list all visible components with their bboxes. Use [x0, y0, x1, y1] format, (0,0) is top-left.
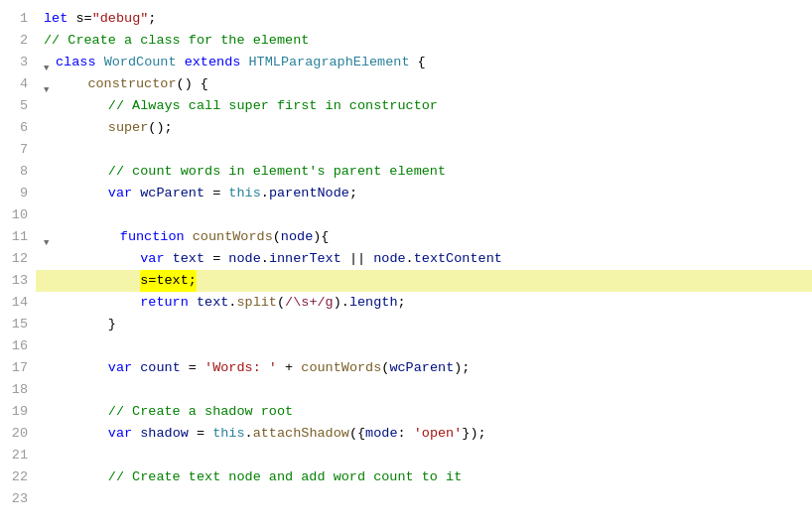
line-number-3: 3: [0, 52, 36, 73]
code-line-9: var wcParent = this.parentNode;: [36, 183, 812, 204]
token-plain: ).: [334, 292, 349, 314]
code-line-23: [36, 488, 812, 510]
token-plain: ();: [148, 117, 172, 139]
line-number-9: 9: [0, 183, 36, 204]
code-line-22: // Create text node and add word count t…: [36, 466, 812, 488]
line-number-17: 17: [0, 357, 36, 379]
token-cm: // count words in element's parent eleme…: [108, 161, 446, 183]
token-cm: // Create a class for the element: [44, 30, 309, 52]
line-number-4: 4: [0, 73, 36, 95]
highlighted-text: s=text;: [140, 270, 197, 292]
token-plain: s=: [68, 8, 91, 30]
line-number-15: 15: [0, 314, 36, 335]
token-prop: text: [173, 248, 204, 270]
collapse-arrow[interactable]: ▼: [44, 79, 54, 89]
token-fn: countWords: [193, 226, 273, 248]
token-plain: (: [381, 357, 389, 379]
code-line-5: // Always call super first in constructo…: [36, 95, 812, 117]
token-kw2: this: [212, 423, 244, 445]
collapse-arrow[interactable]: ▼: [44, 232, 54, 242]
code-line-13: s=text;: [36, 270, 812, 292]
token-fn: constructor: [87, 73, 176, 95]
line-number-8: 8: [0, 161, 36, 183]
token-plain: ){: [313, 226, 329, 248]
code-line-19: // Create a shadow root: [36, 401, 812, 423]
line-number-6: 6: [0, 117, 36, 139]
line-number-11: 11: [0, 226, 36, 248]
line-number-7: 7: [0, 139, 36, 161]
token-plain: =: [204, 183, 228, 204]
code-line-7: [36, 139, 812, 161]
code-line-10: [36, 204, 812, 226]
line-number-1: 1: [0, 8, 36, 30]
line-number-23: 23: [0, 488, 36, 510]
code-line-12: var text = node.innerText || node.textCo…: [36, 248, 812, 270]
token-plain: =: [189, 423, 212, 445]
token-plain: [177, 52, 185, 73]
token-kw: class: [56, 52, 96, 73]
token-plain: {: [410, 52, 426, 73]
collapse-arrow[interactable]: ▼: [44, 58, 54, 67]
code-line-17: var count = 'Words: ' + countWords(wcPar…: [36, 357, 812, 379]
line-number-16: 16: [0, 335, 36, 357]
token-plain: [44, 466, 108, 488]
line-number-12: 12: [0, 248, 36, 270]
code-line-18: [36, 379, 812, 401]
line-number-14: 14: [0, 292, 36, 314]
token-plain: );: [454, 357, 470, 379]
line-numbers: 1234567891011121314151617181920212223: [0, 0, 36, 531]
code-line-11: ▼ function countWords(node){: [36, 226, 812, 248]
token-cm: // Create a shadow root: [108, 401, 293, 423]
token-str: "debug": [92, 8, 149, 30]
line-number-19: 19: [0, 401, 36, 423]
token-prop: mode: [365, 423, 397, 445]
token-plain: .: [261, 183, 269, 204]
token-plain: (: [273, 226, 281, 248]
code-line-3: ▼ class WordCount extends HTMLParagraphE…: [36, 52, 812, 73]
token-fn: super: [108, 117, 149, 139]
token-str: 'open': [414, 423, 463, 445]
token-plain: [44, 183, 108, 204]
token-prop: node: [228, 248, 260, 270]
token-plain: [44, 488, 108, 510]
token-prop: text: [197, 292, 228, 314]
token-plain: });: [462, 423, 485, 445]
line-number-18: 18: [0, 379, 36, 401]
token-cm: // Create text node and add word count t…: [108, 466, 462, 488]
line-number-5: 5: [0, 95, 36, 117]
token-plain: (: [277, 292, 285, 314]
token-plain: .: [406, 248, 414, 270]
token-prop: textContent: [414, 248, 502, 270]
token-plain: [56, 73, 87, 95]
line-number-2: 2: [0, 30, 36, 52]
line-number-13: 13: [0, 270, 36, 292]
code-content[interactable]: let s="debug";// Create a class for the …: [36, 0, 812, 531]
token-prop: node: [373, 248, 405, 270]
token-plain: =: [204, 248, 228, 270]
token-fn: split: [236, 292, 277, 314]
token-plain: [44, 292, 140, 314]
code-line-8: // count words in element's parent eleme…: [36, 161, 812, 183]
token-plain: [189, 292, 197, 314]
token-fn: attachShadow: [253, 423, 349, 445]
token-kw2: this: [228, 183, 260, 204]
token-kw: var: [140, 248, 164, 270]
token-kw: var: [108, 423, 132, 445]
token-kw: let: [44, 8, 68, 30]
token-prop: wcParent: [140, 183, 204, 204]
code-editor: 1234567891011121314151617181920212223 le…: [0, 0, 812, 531]
token-plain: [44, 248, 140, 270]
code-line-4: ▼ constructor() {: [36, 73, 812, 95]
code-line-2: // Create a class for the element: [36, 30, 812, 52]
token-plain: [132, 357, 140, 379]
token-plain: [165, 248, 173, 270]
token-plain: ;: [349, 183, 357, 204]
token-prop: node: [281, 226, 313, 248]
code-line-1: let s="debug";: [36, 8, 812, 30]
token-plain: ;: [398, 292, 406, 314]
token-plain: [240, 52, 248, 73]
token-plain: [56, 226, 120, 248]
code-line-6: super();: [36, 117, 812, 139]
token-prop: wcParent: [389, 357, 454, 379]
token-prop: shadow: [140, 423, 189, 445]
